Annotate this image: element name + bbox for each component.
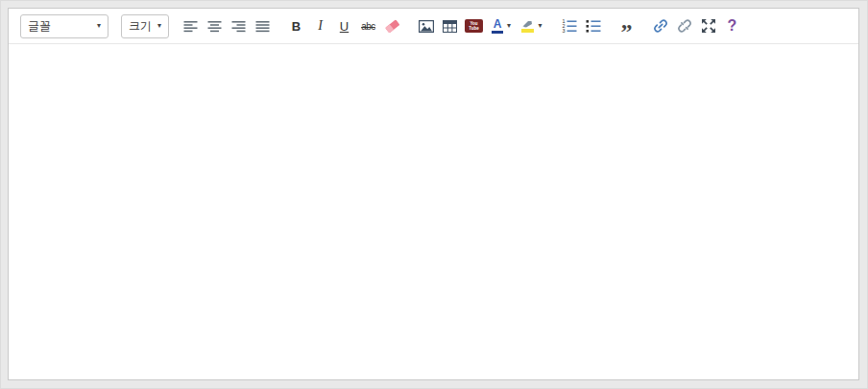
link-icon bbox=[653, 18, 668, 34]
fullscreen-button[interactable] bbox=[696, 13, 720, 38]
italic-icon: I bbox=[318, 18, 323, 34]
tools-group: ? bbox=[648, 13, 744, 38]
highlight-color-button[interactable]: ▾ bbox=[517, 13, 547, 38]
align-right-icon bbox=[231, 20, 246, 33]
table-icon bbox=[443, 20, 457, 33]
font-size-dropdown[interactable]: 크기 ▾ bbox=[121, 14, 169, 38]
align-left-button[interactable] bbox=[179, 13, 203, 38]
font-color-icon: A bbox=[492, 19, 503, 34]
chevron-down-icon: ▾ bbox=[97, 22, 101, 30]
highlight-color-icon bbox=[521, 19, 534, 33]
unordered-list-icon bbox=[586, 19, 601, 34]
align-justify-button[interactable] bbox=[251, 13, 275, 38]
remove-link-button[interactable] bbox=[672, 13, 696, 38]
quote-group: ” bbox=[615, 13, 639, 38]
youtube-icon-line2: Tube bbox=[469, 26, 478, 31]
rich-text-editor: 글꼴 ▾ 크기 ▾ bbox=[8, 8, 859, 380]
ordered-list-icon: 1 2 3 bbox=[562, 19, 577, 34]
italic-button[interactable]: I bbox=[308, 13, 332, 38]
page-background: 글꼴 ▾ 크기 ▾ bbox=[0, 0, 868, 389]
editor-content-area[interactable] bbox=[9, 44, 858, 379]
font-size-value: 크기 bbox=[129, 18, 152, 35]
align-center-button[interactable] bbox=[203, 13, 227, 38]
help-button[interactable]: ? bbox=[720, 13, 744, 38]
insert-image-button[interactable] bbox=[414, 13, 438, 38]
alignment-group bbox=[179, 13, 275, 38]
chevron-down-icon: ▾ bbox=[538, 22, 542, 30]
highlight-color-bar bbox=[521, 29, 534, 33]
insert-table-button[interactable] bbox=[438, 13, 462, 38]
underline-icon: U bbox=[340, 19, 349, 34]
chevron-down-icon: ▾ bbox=[157, 22, 161, 30]
list-group: 1 2 3 bbox=[557, 13, 605, 38]
font-color-bar bbox=[492, 31, 503, 34]
chevron-down-icon: ▾ bbox=[507, 22, 511, 30]
blockquote-button[interactable]: ” bbox=[615, 13, 639, 38]
format-group: B I U abc bbox=[284, 13, 404, 38]
unlink-icon bbox=[677, 18, 692, 34]
strikethrough-icon: abc bbox=[361, 21, 375, 32]
fullscreen-icon bbox=[701, 18, 716, 34]
align-left-icon bbox=[183, 20, 198, 33]
blockquote-icon: ” bbox=[621, 19, 633, 44]
highlighter-pen-icon bbox=[521, 19, 534, 28]
ordered-list-number-3: 3 bbox=[562, 28, 565, 34]
underline-button[interactable]: U bbox=[332, 13, 356, 38]
bold-icon: B bbox=[292, 19, 301, 34]
insert-group: You Tube A ▾ bbox=[414, 13, 547, 38]
insert-youtube-button[interactable]: You Tube bbox=[462, 13, 486, 38]
font-color-letter: A bbox=[494, 19, 502, 30]
youtube-icon: You Tube bbox=[465, 19, 483, 33]
font-color-button[interactable]: A ▾ bbox=[486, 13, 517, 38]
eraser-icon bbox=[384, 19, 400, 34]
bold-button[interactable]: B bbox=[284, 13, 308, 38]
font-family-dropdown[interactable]: 글꼴 ▾ bbox=[20, 14, 108, 38]
align-justify-icon bbox=[255, 20, 270, 33]
strikethrough-button[interactable]: abc bbox=[356, 13, 380, 38]
editor-toolbar: 글꼴 ▾ 크기 ▾ bbox=[9, 9, 858, 44]
unordered-list-button[interactable] bbox=[581, 13, 605, 38]
align-center-icon bbox=[207, 20, 222, 33]
align-right-button[interactable] bbox=[227, 13, 251, 38]
insert-link-button[interactable] bbox=[648, 13, 672, 38]
ordered-list-button[interactable]: 1 2 3 bbox=[557, 13, 581, 38]
help-icon: ? bbox=[728, 17, 737, 35]
font-family-value: 글꼴 bbox=[28, 18, 51, 35]
clear-format-button[interactable] bbox=[380, 13, 404, 38]
image-icon bbox=[419, 20, 434, 33]
